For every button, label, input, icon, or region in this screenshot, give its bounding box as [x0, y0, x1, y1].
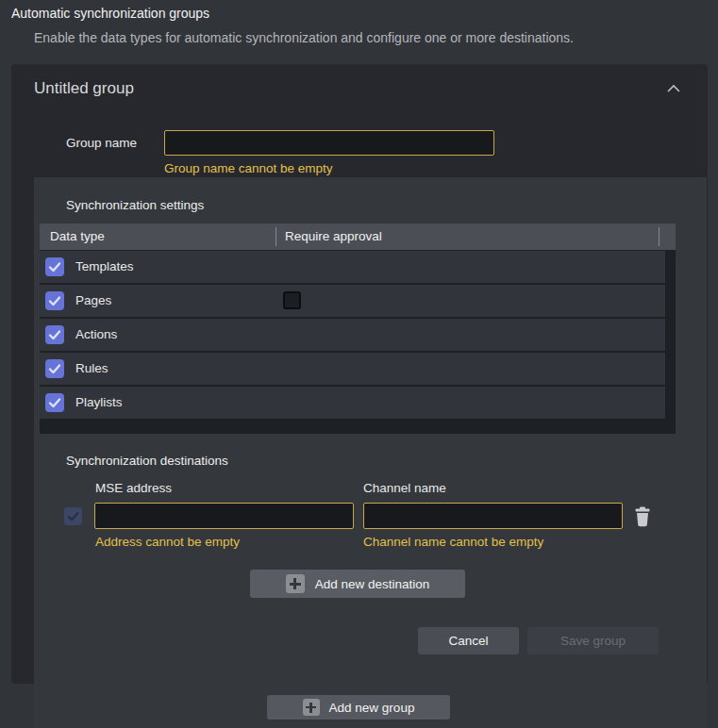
page-title: Automatic synchronization groups [11, 6, 209, 21]
sync-destinations-heading: Synchronization destinations [66, 454, 228, 468]
collapse-group-button[interactable] [660, 79, 687, 100]
table-row-pages: Pages [40, 285, 665, 317]
cancel-button[interactable]: Cancel [418, 627, 519, 654]
add-group-label: Add new group [329, 701, 415, 715]
chevron-up-icon [664, 84, 683, 98]
data-type-checkbox[interactable] [45, 359, 64, 378]
column-header-data-type: Data type [50, 229, 105, 243]
settings-page: Automatic synchronization groups Enable … [0, 0, 718, 728]
check-icon [66, 509, 80, 523]
sync-settings-heading: Synchronization settings [66, 198, 204, 212]
delete-destination-button[interactable] [630, 505, 655, 531]
mse-address-input[interactable] [94, 503, 354, 529]
data-type-checkbox[interactable] [45, 393, 64, 412]
data-type-label: Pages [75, 293, 111, 307]
add-destination-button[interactable]: Add new destination [250, 570, 465, 598]
column-separator [276, 227, 276, 246]
table-row-templates: Templates [40, 251, 665, 283]
sync-settings-table: Data type Require approval Templates Pag… [40, 223, 676, 434]
mse-address-error: Address cannot be empty [95, 535, 240, 549]
add-group-button[interactable]: Add new group [267, 695, 450, 720]
group-name-error: Group name cannot be empty [164, 161, 333, 175]
require-approval-checkbox[interactable] [283, 291, 301, 309]
data-type-label: Rules [75, 361, 109, 375]
column-header-require-approval: Require approval [285, 229, 382, 243]
check-icon [47, 293, 62, 308]
table-row-rules: Rules [40, 353, 665, 385]
group-name-input[interactable] [164, 130, 494, 156]
trash-icon [632, 517, 653, 531]
table-header: Data type Require approval [40, 223, 676, 250]
channel-name-label: Channel name [363, 481, 446, 495]
channel-name-input[interactable] [363, 503, 623, 529]
add-destination-label: Add new destination [315, 577, 430, 591]
page-subtitle: Enable the data types for automatic sync… [34, 30, 574, 45]
check-icon [47, 259, 62, 274]
data-type-label: Templates [75, 259, 134, 273]
table-row-actions: Actions [40, 319, 665, 351]
destination-enabled-checkbox [64, 507, 82, 525]
channel-name-error: Channel name cannot be empty [363, 535, 543, 549]
cancel-label: Cancel [448, 634, 488, 648]
plus-icon [303, 699, 320, 716]
check-icon [47, 395, 62, 410]
data-type-checkbox[interactable] [45, 325, 64, 344]
check-icon [47, 361, 62, 376]
table-row-playlists: Playlists [40, 387, 665, 419]
mse-address-label: MSE address [95, 481, 172, 495]
check-icon [47, 327, 62, 342]
plus-icon [286, 574, 305, 593]
group-card-title: Untitled group [34, 79, 134, 98]
save-group-label: Save group [560, 634, 626, 648]
column-separator [659, 227, 660, 246]
data-type-label: Actions [75, 327, 117, 341]
data-type-checkbox[interactable] [45, 291, 64, 310]
data-type-checkbox[interactable] [45, 257, 64, 276]
group-name-label: Group name [66, 136, 137, 150]
data-type-label: Playlists [75, 395, 123, 409]
save-group-button: Save group [527, 627, 659, 654]
